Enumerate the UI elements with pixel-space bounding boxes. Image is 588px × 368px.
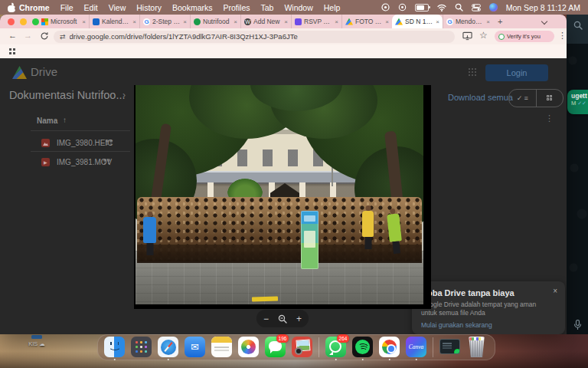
screen-record-icon[interactable]	[398, 3, 407, 12]
magnifier-icon[interactable]	[278, 314, 287, 324]
apple-icon[interactable]	[8, 3, 16, 12]
tab-close-icon[interactable]: ×	[436, 18, 439, 25]
menu-file[interactable]: File	[60, 3, 74, 12]
dock-item-launchpad[interactable]	[131, 334, 152, 360]
zoom-out-button[interactable]: −	[263, 314, 269, 324]
list-icon: ≡	[524, 94, 528, 102]
tab-search-chevron-icon[interactable]	[542, 19, 547, 25]
status-app-icon[interactable]	[381, 3, 390, 12]
address-bar[interactable]: ⇄ drive.google.com/drive/folders/1lYZTA9…	[54, 31, 455, 43]
tab-close-icon[interactable]: ×	[82, 18, 86, 25]
minimize-window-button[interactable]	[20, 18, 27, 25]
login-button[interactable]: Login	[485, 64, 548, 81]
menu-edit[interactable]: Edit	[84, 3, 98, 12]
more-options-icon[interactable]: ⋮	[545, 113, 554, 123]
group-photo	[136, 85, 423, 304]
whatsapp-search-icon[interactable]	[573, 21, 583, 30]
shared-people-icon	[103, 159, 112, 165]
close-window-button[interactable]	[8, 18, 15, 25]
bookmark-star-icon[interactable]: ☆	[479, 30, 488, 41]
column-header-name[interactable]: Nama	[37, 117, 57, 125]
dock-item-spotify[interactable]	[352, 334, 373, 360]
menu-bookmarks[interactable]: Bookmarks	[172, 3, 213, 12]
apps-shortcut-icon[interactable]	[9, 48, 15, 54]
siri-icon[interactable]	[489, 3, 498, 12]
verify-its-you-button[interactable]: Verify it's you	[495, 31, 554, 42]
dock-item-whatsapp[interactable]: 264	[325, 334, 346, 360]
grid-view-button[interactable]	[537, 90, 564, 107]
tab-close-icon[interactable]: ×	[284, 18, 288, 25]
tab-close-icon[interactable]: ×	[234, 18, 237, 25]
desktop-file-kis[interactable]: KIS ☁	[23, 335, 51, 347]
file-name: IMG_3980.HEIC	[57, 139, 113, 147]
toast-close-icon[interactable]: ×	[553, 287, 557, 295]
tab-nutrifood[interactable]: Nutrifood ×	[190, 15, 240, 28]
google-apps-grid-icon[interactable]	[469, 68, 477, 77]
finder-icon	[104, 337, 125, 357]
adult-blue-shirt	[143, 217, 156, 243]
crowd-front-row	[137, 245, 422, 263]
check-icon: ✓	[517, 94, 523, 102]
tab-close-icon[interactable]: ×	[486, 18, 490, 25]
whatsapp-message-bubble[interactable]: ugett M ✓✓	[567, 90, 588, 114]
message-text-2: M	[571, 100, 576, 107]
spotlight-icon[interactable]	[455, 3, 463, 12]
folder-chevron-icon[interactable]: ›	[122, 90, 126, 100]
dock-item-mail[interactable]: ✉	[185, 334, 205, 360]
menu-app-name[interactable]: Chrome	[19, 3, 50, 12]
zoom-in-button[interactable]: +	[296, 314, 302, 324]
tab-sdn1-active[interactable]: SD N 1 PE... ×	[392, 15, 443, 28]
browser-menu-icon[interactable]: ⋮	[558, 31, 567, 41]
site-info-icon[interactable]: ⇄	[60, 33, 66, 41]
tab-mendownload[interactable]: G Mendown... ×	[443, 15, 493, 28]
tab-microsoft[interactable]: Microsoft ×	[38, 15, 89, 28]
menu-history[interactable]: History	[136, 3, 162, 12]
tab-kalender[interactable]: Kalender - ×	[89, 15, 139, 28]
nutrifood-favicon	[194, 18, 201, 25]
tab-close-icon[interactable]: ×	[183, 18, 187, 25]
dock-item-canva[interactable]: Canva	[406, 334, 426, 360]
new-tab-button[interactable]: +	[498, 17, 502, 26]
sort-ascending-icon[interactable]: ↑	[63, 116, 67, 124]
list-view-button[interactable]: ✓ ≡	[509, 90, 537, 107]
control-center-icon[interactable]	[472, 4, 481, 12]
tab-label: Microsoft	[51, 18, 80, 25]
menu-help[interactable]: Help	[324, 3, 341, 12]
download-all-link[interactable]: Download semua	[448, 93, 513, 102]
photo-preview[interactable]	[134, 85, 431, 309]
toast-link[interactable]: Mulai gunakan sekarang	[421, 321, 556, 329]
dock-item-safari[interactable]	[158, 334, 178, 360]
tab-2step[interactable]: G 2-Step Ve... ×	[139, 15, 190, 28]
reload-button[interactable]	[40, 31, 49, 41]
wifi-icon[interactable]	[437, 4, 446, 12]
dock-item-trash[interactable]	[466, 334, 487, 360]
menu-window[interactable]: Window	[284, 3, 312, 12]
send-to-device-icon[interactable]	[462, 31, 472, 41]
back-button[interactable]: ←	[8, 31, 17, 40]
dock-item-finder[interactable]	[104, 334, 125, 360]
dock-item-minimized-window[interactable]	[439, 334, 460, 360]
google-favicon: G	[143, 18, 150, 25]
desktop-file-label: KIS	[28, 340, 38, 347]
drive-logo-icon[interactable]	[12, 66, 27, 79]
dock-item-photo-booth[interactable]	[292, 334, 312, 360]
file-thumbnail	[31, 335, 42, 339]
dock-item-photos[interactable]	[238, 334, 259, 360]
tab-close-icon[interactable]: ×	[335, 18, 338, 25]
google-favicon: G	[446, 18, 453, 25]
tab-close-icon[interactable]: ×	[132, 18, 136, 25]
dock-item-messages[interactable]: 196	[265, 334, 286, 360]
tab-rsvp[interactable]: RSVP Med... ×	[291, 15, 341, 28]
menubar-clock[interactable]: Mon Sep 8 11:12 AM	[506, 3, 580, 12]
battery-icon[interactable]	[415, 4, 429, 12]
whatsapp-mic-icon[interactable]	[573, 320, 582, 330]
dock-item-chrome[interactable]	[379, 334, 400, 360]
menu-profiles[interactable]: Profiles	[223, 3, 250, 12]
menu-tab[interactable]: Tab	[260, 3, 273, 12]
menu-view[interactable]: View	[109, 3, 126, 12]
tab-foto[interactable]: FOTO - G... ×	[341, 15, 392, 28]
forward-button[interactable]: →	[24, 31, 32, 40]
dock-item-notes[interactable]	[211, 334, 232, 360]
tab-addnew[interactable]: W Add New ×	[240, 15, 291, 28]
tab-close-icon[interactable]: ×	[385, 18, 389, 25]
